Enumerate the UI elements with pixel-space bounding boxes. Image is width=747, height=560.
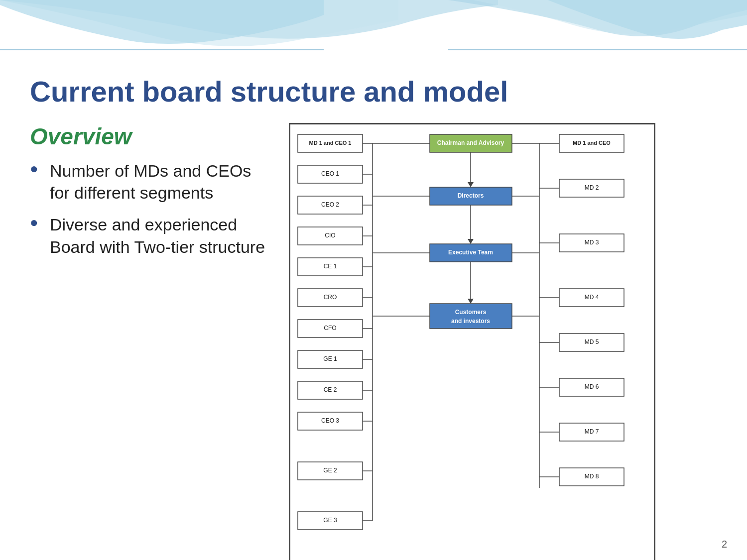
label-ce1: CE 1: [324, 263, 337, 270]
org-chart-svg: .box { fill: white; stroke: #444; stroke…: [295, 129, 649, 560]
label-ceo3: CEO 3: [321, 417, 339, 424]
label-directors: Directors: [458, 192, 484, 199]
box-customers: [430, 304, 512, 329]
label-ge1: GE 1: [323, 355, 337, 362]
label-md2: MD 2: [585, 184, 599, 191]
label-md6: MD 6: [585, 383, 599, 390]
label-customers-line1: Customers: [455, 309, 487, 316]
label-md8: MD 8: [585, 473, 599, 480]
main-content: Current board structure and model Overvi…: [0, 75, 747, 560]
label-ce2: CE 2: [324, 386, 337, 393]
label-chairman: Chairman and Advisory: [437, 139, 504, 146]
arrowhead-customers: [468, 299, 474, 304]
page-number: 2: [722, 539, 727, 550]
header-decoration: [0, 0, 747, 70]
label-cfo: CFO: [324, 325, 336, 332]
bullet-item-2: Diverse and experienced Board with Two-t…: [30, 214, 269, 257]
label-right-md1: MD 1 and CEO: [573, 140, 611, 146]
bullet-list: Number of MDs and CEOs for different seg…: [30, 160, 269, 258]
bullet-item-1: Number of MDs and CEOs for different seg…: [30, 160, 269, 204]
org-chart: .box { fill: white; stroke: #444; stroke…: [289, 123, 655, 560]
arrowhead-directors: [468, 182, 474, 187]
label-ge2: GE 2: [323, 467, 337, 474]
page-title: Current board structure and model: [30, 75, 717, 108]
label-ceo2: CEO 2: [321, 201, 339, 208]
label-md7: MD 7: [585, 428, 599, 435]
label-customers-line2: and investors: [451, 318, 490, 325]
label-md4: MD 4: [585, 294, 599, 301]
label-md5: MD 5: [585, 338, 599, 345]
label-cio: CIO: [325, 232, 335, 239]
label-executive: Executive Team: [448, 249, 493, 256]
arrowhead-exec: [468, 239, 474, 244]
content-columns: Overview Number of MDs and CEOs for diff…: [30, 123, 717, 560]
label-ceo1: CEO 1: [321, 170, 339, 177]
label-cro: CRO: [324, 294, 337, 301]
label-md3: MD 3: [585, 239, 599, 246]
right-column: .box { fill: white; stroke: #444; stroke…: [289, 123, 717, 560]
overview-heading: Overview: [30, 123, 269, 150]
label-ge3: GE 3: [323, 517, 337, 524]
label-md1-ceo1: MD 1 and CEO 1: [309, 140, 352, 146]
left-column: Overview Number of MDs and CEOs for diff…: [30, 123, 269, 268]
